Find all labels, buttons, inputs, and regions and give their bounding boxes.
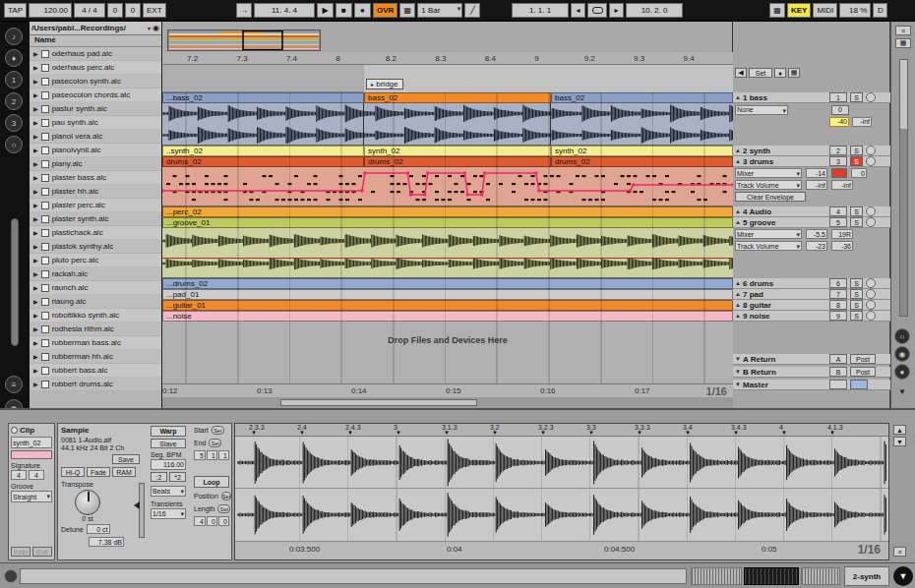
tempo-field[interactable]: 120.00 bbox=[29, 3, 72, 18]
post-toggle[interactable]: Post bbox=[850, 367, 876, 377]
scrollbar-thumb[interactable] bbox=[900, 60, 907, 129]
track-header-3-drums[interactable]: ▲ 3 drums 3 S bbox=[733, 156, 890, 167]
file-item[interactable]: ▶ pastur synth.alc bbox=[30, 102, 161, 116]
min-field[interactable]: -inf bbox=[806, 180, 827, 190]
set-length-button[interactable]: Set bbox=[217, 504, 230, 513]
warp-button[interactable]: Warp bbox=[151, 426, 186, 437]
file-item[interactable]: ▶ plastichack.alc bbox=[30, 226, 161, 240]
nudge-down-field[interactable]: 0 bbox=[107, 3, 123, 18]
track-activator[interactable]: 7 bbox=[829, 289, 847, 299]
file-item[interactable]: ▶ rubbert bass.alc bbox=[30, 364, 161, 378]
track-header-8-guitar[interactable]: ▲ 8 guitar 8 S bbox=[733, 300, 890, 311]
automation-param-chooser[interactable]: Track Volume bbox=[735, 180, 802, 190]
file-item[interactable]: ▶ paseocolon chords.alc bbox=[30, 88, 161, 102]
file-item[interactable]: ▶ oderhaus pad.alc bbox=[30, 47, 161, 61]
browser-path[interactable]: /Users/pabl...Recordings/ bbox=[31, 24, 148, 32]
beat-marker[interactable]: 3 ▼ bbox=[394, 424, 442, 435]
file-item[interactable]: ▶ raunch.alc bbox=[30, 281, 161, 295]
transient-triangle-icon[interactable]: ▼ bbox=[829, 431, 835, 435]
time-signature-field[interactable]: 4 / 4 bbox=[74, 3, 105, 18]
clip-drums2[interactable]: ...drums_02 bbox=[162, 278, 733, 289]
plugin-browser-icon[interactable]: ♦ bbox=[5, 49, 23, 67]
expand-triangle-icon[interactable]: ▶ bbox=[33, 312, 38, 319]
detune-field[interactable]: 0 ct bbox=[87, 524, 110, 534]
beat-marker[interactable]: 3.4 ▼ bbox=[683, 424, 731, 435]
beat-marker[interactable]: 4 ▼ bbox=[779, 424, 827, 435]
overview-toggle-icon[interactable]: ≡ bbox=[895, 26, 911, 35]
punch-out-button[interactable]: ▸ bbox=[609, 3, 624, 18]
track-header-1-bass[interactable]: ▲ 1 bass 1 S bbox=[733, 92, 890, 103]
length-sixteenth-field[interactable]: 0 bbox=[218, 516, 229, 526]
set-locator-button[interactable]: Set bbox=[749, 68, 772, 78]
draw-grid-button[interactable]: ▦ bbox=[399, 3, 415, 18]
file-item[interactable]: ▶ rackah.alc bbox=[30, 267, 161, 281]
clip-gain-field[interactable]: 7.38 dB bbox=[89, 537, 124, 547]
play-button[interactable]: ▶ bbox=[317, 3, 334, 18]
signature-numerator[interactable]: 4 bbox=[11, 470, 27, 480]
solo-button[interactable]: S bbox=[850, 311, 863, 321]
track-activator[interactable]: 2 bbox=[829, 146, 847, 155]
file-item[interactable]: ▶ plaster hh.alc bbox=[30, 185, 161, 199]
browser-path-bar[interactable]: /Users/pabl...Recordings/ ▾ ◉ bbox=[30, 22, 161, 35]
beat-marker[interactable]: 3.4.3 ▼ bbox=[731, 424, 779, 435]
track-activator[interactable]: B bbox=[829, 367, 847, 377]
clear-envelope-button[interactable]: Clear Envelope bbox=[735, 192, 806, 202]
expand-triangle-icon[interactable]: ▶ bbox=[33, 202, 38, 208]
expand-triangle-icon[interactable]: ▶ bbox=[33, 284, 38, 291]
browser-resize-handle[interactable] bbox=[11, 218, 19, 346]
file-item[interactable]: ▶ plastok synthy.alc bbox=[30, 240, 161, 254]
half-tempo-button[interactable]: :2 bbox=[151, 472, 167, 482]
clip-bass-a[interactable]: ...bass_02 bbox=[162, 92, 364, 103]
transient-triangle-icon[interactable]: ▼ bbox=[299, 431, 305, 435]
follow-button[interactable]: → bbox=[236, 3, 252, 18]
beat-marker[interactable]: 4.1.3 ▼ bbox=[827, 424, 876, 435]
device-chooser[interactable]: None bbox=[735, 105, 788, 115]
overdub-button[interactable]: OVR bbox=[373, 3, 397, 18]
zoom-out-icon[interactable]: ▼ bbox=[893, 437, 906, 446]
hotswap-icon[interactable]: ○ bbox=[5, 136, 23, 153]
beat-marker[interactable]: 2.4 ▼ bbox=[297, 424, 345, 435]
clip-drums-a[interactable]: drums_02 bbox=[162, 156, 364, 167]
ext-button[interactable]: EXT bbox=[143, 3, 166, 18]
signature-denominator[interactable]: 4 bbox=[29, 470, 44, 480]
expand-triangle-icon[interactable]: ▶ bbox=[33, 325, 38, 332]
zoom-in-icon[interactable]: ▲ bbox=[893, 425, 906, 435]
track-activator[interactable]: 1 bbox=[829, 92, 847, 102]
automation-device-chooser[interactable]: Mixer bbox=[735, 229, 802, 239]
clip-extra-button-b[interactable]: Evil bbox=[32, 547, 52, 557]
vertical-scrollbar[interactable] bbox=[899, 59, 908, 317]
automation-value[interactable]: -14 bbox=[806, 168, 827, 178]
clip-groove-title[interactable]: ...groove_01 bbox=[162, 217, 733, 228]
scrollbar-thumb[interactable] bbox=[280, 399, 477, 406]
file-item[interactable]: ▶ plaster synth.alc bbox=[30, 212, 161, 226]
io-toggle-icon[interactable]: ▦ bbox=[895, 38, 911, 48]
arm-button[interactable] bbox=[866, 300, 876, 310]
clip-bass-c[interactable]: bass_02 bbox=[551, 92, 733, 103]
bass-clip-content[interactable] bbox=[162, 103, 733, 146]
fold-icon[interactable]: ▲ bbox=[733, 280, 743, 286]
beat-marker[interactable]: 3.3.3 ▼ bbox=[635, 424, 683, 435]
master-activator[interactable] bbox=[829, 380, 847, 389]
expand-triangle-icon[interactable]: ▶ bbox=[33, 105, 38, 112]
arm-button[interactable] bbox=[866, 206, 876, 216]
keyboard-map-grid-button[interactable]: ▦ bbox=[769, 3, 785, 18]
length-beat-field[interactable]: 0 bbox=[207, 516, 217, 526]
sample-beat-ruler[interactable]: 2.3.3 ▼ 2.4 ▼ 2.4.3 ▼ 3 ▼ 3.1.3 ▼ bbox=[235, 424, 888, 437]
key-map-button[interactable]: KEY bbox=[787, 3, 811, 18]
file-item[interactable]: ▶ pluto perc.alc bbox=[30, 254, 161, 267]
end-sixteenth-field[interactable]: 1 bbox=[218, 450, 229, 460]
file-browser-3-icon[interactable]: 3 bbox=[5, 114, 23, 132]
clip-perc[interactable]: ...perc_02 bbox=[162, 206, 733, 217]
file-item[interactable]: ▶ riaung.alc bbox=[30, 295, 161, 309]
device-browser-icon[interactable]: ♪ bbox=[5, 28, 23, 45]
file-item[interactable]: ▶ rubbert drums.alc bbox=[30, 378, 161, 391]
expand-triangle-icon[interactable]: ▶ bbox=[33, 50, 38, 57]
loop-start-field[interactable]: 1. 1. 1 bbox=[512, 3, 569, 18]
track-header-6-drums[interactable]: ▲ 6 drums 6 S bbox=[733, 278, 890, 289]
current-clip-tab[interactable]: 2-synth bbox=[844, 566, 889, 586]
solo-button[interactable]: S bbox=[850, 300, 863, 310]
drums-automation-envelope[interactable] bbox=[162, 167, 733, 206]
expand-triangle-icon[interactable]: ▶ bbox=[33, 298, 38, 305]
post-toggle[interactable]: Post bbox=[850, 354, 876, 364]
groove-pool-icon[interactable]: ≡ bbox=[5, 376, 23, 393]
